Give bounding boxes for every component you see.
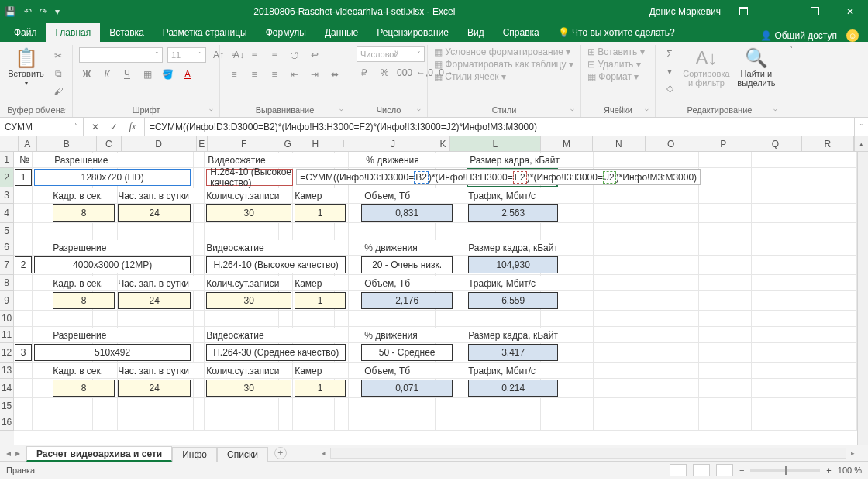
col-I[interactable]: I	[336, 136, 350, 151]
col-N[interactable]: N	[593, 136, 645, 151]
label-motion-1[interactable]: % движения	[364, 153, 457, 167]
row-9[interactable]: 9	[0, 291, 14, 311]
view-page-break-icon[interactable]	[716, 464, 733, 476]
cell-resolution-2[interactable]: 4000x3000 (12MP)	[34, 256, 191, 273]
accept-formula-icon[interactable]: ✓	[105, 122, 122, 132]
label-resolution-3[interactable]: Разрешение	[53, 328, 191, 342]
cell-fps-2[interactable]: 8	[53, 292, 115, 309]
fx-icon[interactable]: fx	[124, 121, 141, 132]
align-left-icon[interactable]: ≡	[226, 67, 242, 82]
row-16[interactable]: 16	[0, 414, 14, 431]
format-painter-icon[interactable]: 🖌	[50, 84, 66, 99]
maximize-button[interactable]	[797, 0, 832, 22]
number-format-combo[interactable]: Числовой	[356, 46, 425, 62]
clear-icon[interactable]: ◇	[662, 81, 677, 96]
label-hours-3[interactable]: Час. зап. в сутки	[118, 363, 203, 378]
sort-filter-button[interactable]: A↓Сортировка и фильтр	[682, 46, 731, 90]
merge-icon[interactable]: ⬌	[327, 67, 343, 82]
cell-hours-1[interactable]: 24	[118, 204, 191, 222]
new-sheet-button[interactable]: +	[274, 447, 287, 459]
percent-icon[interactable]: %	[377, 65, 392, 81]
undo-icon[interactable]: ↶	[24, 6, 32, 17]
cell-A1[interactable]: №	[14, 152, 33, 168]
cell-traffic-2[interactable]: 6,559	[468, 292, 558, 309]
vertical-scrollbar[interactable]	[857, 152, 868, 445]
scroll-up-icon[interactable]: ▴	[854, 136, 868, 151]
cell-hours-3[interactable]: 24	[118, 380, 191, 397]
col-R[interactable]: R	[802, 136, 854, 151]
cell-days-3[interactable]: 30	[206, 380, 291, 397]
label-days-1[interactable]: Колич.сут.записи	[206, 188, 291, 203]
view-page-layout-icon[interactable]	[693, 464, 710, 476]
tell-me[interactable]: 💡 Что вы хотите сделать?	[549, 23, 684, 42]
label-framesize-1[interactable]: Размер кадра, кБайт	[468, 153, 569, 167]
sheet-tab-3[interactable]: Списки	[217, 447, 268, 462]
underline-button[interactable]: Ч	[119, 67, 135, 82]
cell-codec-1[interactable]: H.264-10 (Высокое качество)	[206, 169, 293, 186]
label-volume-2[interactable]: Объем, Тб	[364, 276, 442, 290]
horizontal-scrollbar[interactable]: ◂▸	[318, 448, 859, 459]
italic-button[interactable]: К	[99, 67, 115, 82]
tab-file[interactable]: Файл	[5, 23, 46, 42]
row-15[interactable]: 15	[0, 398, 14, 414]
decrease-indent-icon[interactable]: ⇤	[287, 67, 302, 82]
tab-help[interactable]: Справка	[494, 23, 549, 42]
label-traffic-1[interactable]: Трафик, Мбит/с	[468, 188, 561, 203]
view-normal-icon[interactable]	[670, 464, 687, 476]
col-D[interactable]: D	[122, 136, 197, 151]
sheet-tab-2[interactable]: Инфо	[172, 447, 217, 462]
zoom-level[interactable]: 100 %	[838, 466, 862, 475]
row-3[interactable]: 3	[0, 187, 14, 204]
cell-hours-2[interactable]: 24	[118, 292, 191, 309]
accounting-icon[interactable]: ₽	[356, 65, 372, 81]
col-M[interactable]: M	[541, 136, 593, 151]
fill-icon[interactable]: ▾	[662, 64, 677, 79]
label-cams-2[interactable]: Камер	[294, 276, 341, 290]
row-5[interactable]: 5	[0, 223, 14, 239]
row-10[interactable]: 10	[0, 311, 14, 327]
collapse-ribbon-icon[interactable]: ˄	[784, 45, 797, 117]
label-volume-3[interactable]: Объем, Тб	[364, 363, 442, 378]
copy-icon[interactable]: ⧉	[50, 66, 66, 81]
tab-layout[interactable]: Разметка страницы	[153, 23, 257, 42]
label-codec-2[interactable]: Видеосжатие	[206, 240, 346, 255]
cell-fps-3[interactable]: 8	[53, 380, 115, 397]
label-volume-1[interactable]: Объем, Тб	[364, 188, 442, 203]
row-14[interactable]: 14	[0, 379, 14, 398]
col-F[interactable]: F	[208, 136, 281, 151]
cell-resolution-3[interactable]: 510x492	[34, 344, 191, 361]
cell-cams-3[interactable]: 1	[294, 380, 346, 397]
cells-format-button[interactable]: ▦ Формат ▾	[587, 71, 639, 82]
cell-traffic-3[interactable]: 0,214	[468, 380, 558, 397]
cell-framesize-3[interactable]: 3,417	[468, 344, 558, 361]
wrap-text-icon[interactable]: ↩	[307, 47, 322, 63]
label-traffic-2[interactable]: Трафик, Мбит/с	[468, 276, 561, 290]
formula-input[interactable]: =СУММ((Инфо!D3:D3000=B2)*(Инфо!H3:H3000=…	[145, 118, 854, 136]
name-box[interactable]: СУММ	[0, 118, 84, 136]
zoom-out-icon[interactable]: −	[739, 466, 744, 475]
row-6[interactable]: 6	[0, 239, 14, 256]
cell-codec-3[interactable]: H.264-30 (Среднее качество)	[206, 344, 346, 361]
cell-no-3[interactable]: 3	[15, 344, 32, 361]
label-resolution-1[interactable]: Разрешение	[53, 153, 191, 167]
label-resolution-2[interactable]: Разрешение	[53, 240, 191, 255]
paste-button[interactable]: 📋Вставить▾	[6, 46, 46, 89]
zoom-in-icon[interactable]: +	[826, 466, 831, 475]
align-top-icon[interactable]: ≡	[226, 47, 242, 63]
label-days-3[interactable]: Колич.сут.записи	[206, 363, 291, 378]
fill-color-icon[interactable]: 🪣	[160, 67, 175, 82]
col-C[interactable]: C	[97, 136, 122, 151]
align-center-icon[interactable]: ≡	[246, 67, 262, 82]
row-1[interactable]: 1	[0, 152, 14, 168]
cell-motion-3[interactable]: 50 - Среднее	[361, 344, 453, 361]
select-all-corner[interactable]	[0, 136, 19, 151]
cells-delete-button[interactable]: ⊟ Удалить ▾	[587, 59, 641, 70]
save-icon[interactable]: 💾	[5, 6, 16, 17]
font-name-combo[interactable]	[79, 47, 163, 63]
user-name[interactable]: Денис Маркевич	[645, 6, 725, 17]
label-hours-2[interactable]: Час. зап. в сутки	[118, 276, 203, 290]
cell-days-2[interactable]: 30	[206, 292, 291, 309]
font-size-combo[interactable]: 11	[167, 47, 206, 63]
label-fps-3[interactable]: Кадр. в сек.	[53, 363, 115, 378]
cell-cams-1[interactable]: 1	[294, 204, 346, 222]
